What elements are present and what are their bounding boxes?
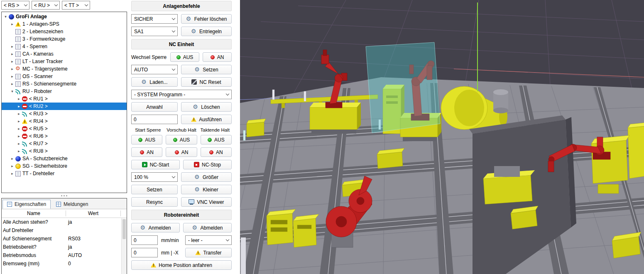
resync-button[interactable]: Resync — [131, 197, 178, 207]
3d-viewport[interactable] — [240, 0, 644, 274]
target-select[interactable]: - leer - — [185, 235, 232, 245]
transfer-button[interactable]: Transfer — [185, 248, 232, 257]
tree-item-3-formwerkzeuge[interactable]: 3 - Formwerkzeuge — [2, 35, 127, 43]
tree-item-lt-laser-tracker[interactable]: ▸LT - Laser Tracker — [2, 58, 127, 65]
expander-icon[interactable]: ▸ — [10, 50, 15, 58]
expander-icon[interactable]: ▸ — [10, 58, 15, 65]
expander-icon[interactable]: ▸ — [10, 20, 15, 28]
start-sperre-an-button[interactable]: AN — [131, 147, 162, 157]
mode-setzen-button[interactable]: Setzen — [181, 65, 232, 74]
sa-select[interactable]: SA1 — [131, 27, 178, 36]
taktende-halt-an-button[interactable]: AN — [201, 147, 232, 157]
expander-icon[interactable]: ▸ — [10, 80, 15, 88]
nc-start-button[interactable]: NC-Start — [131, 160, 180, 169]
property-row[interactable]: Auf SchienensegmentRS03 — [2, 235, 127, 243]
expander-icon[interactable]: ▸ — [10, 155, 15, 162]
tree-item-ru1[interactable]: ▸< RU1 > — [2, 95, 127, 103]
expander-icon[interactable]: ▸ — [10, 43, 15, 50]
selector-ru[interactable]: < RU > — [32, 1, 60, 10]
tree-item-ru2[interactable]: ▸< RU2 > — [2, 103, 127, 110]
tree-item-ca-kameras[interactable]: ▸CA - Kameras — [2, 50, 127, 58]
kleiner-button[interactable]: Kleiner — [181, 185, 232, 194]
wechsel-sperre-an-button[interactable]: AN — [203, 52, 232, 62]
speed-input[interactable] — [131, 235, 158, 245]
expander-icon[interactable]: ▾ — [3, 13, 8, 20]
property-row[interactable]: Bremsweg (mm)0 — [2, 259, 127, 268]
column-name[interactable]: Name — [2, 210, 66, 216]
expander-icon[interactable]: ▸ — [16, 117, 22, 125]
start-sperre-aus-button[interactable]: AUS — [131, 135, 162, 144]
tab-meldungen[interactable]: Meldungen — [51, 200, 93, 209]
loeschen-button[interactable]: Löschen — [181, 102, 232, 112]
tree-item-grofi-anlage[interactable]: ▾GroFi Anlage — [2, 13, 127, 20]
tree-item-1-anlagen-sps[interactable]: ▸1 - Anlagen-SPS — [2, 20, 127, 28]
entriegeln-button[interactable]: Entriegeln — [181, 27, 232, 36]
tree-item-tt-drehteller[interactable]: ▸TT - Drehteller — [2, 170, 127, 177]
block-number-input[interactable] — [131, 115, 178, 124]
expander-icon[interactable]: ▸ — [10, 162, 15, 170]
nc-reset-button[interactable]: NC Reset — [181, 77, 232, 87]
property-row[interactable]: Auf Drehteller — [2, 226, 127, 235]
vnc-viewer-button[interactable]: VNC Viewer — [181, 197, 232, 207]
override-setzen-button[interactable]: Setzen — [131, 185, 178, 194]
expander-icon[interactable]: ▸ — [10, 73, 15, 80]
home-position-button[interactable]: Home Position anfahren — [131, 260, 232, 270]
distance-input[interactable] — [131, 248, 158, 257]
expander-icon[interactable]: ▸ — [16, 132, 22, 140]
program-select[interactable]: - SYSTEM Programm - — [131, 90, 232, 99]
tree-item-ru3[interactable]: ▸< RU3 > — [2, 110, 127, 117]
wechsel-sperre-aus-button[interactable]: AUS — [170, 52, 199, 62]
selector-tt[interactable]: < TT > — [62, 1, 90, 10]
safety-mode-select[interactable]: SICHER — [131, 14, 178, 24]
anmelden-button[interactable]: Anmelden — [131, 223, 180, 232]
tree-item-sa-schutzbereiche[interactable]: ▸SA - Schutzbereiche — [2, 155, 127, 162]
tree-item-ru8[interactable]: ▸< RU8 > — [2, 147, 127, 155]
expander-icon[interactable]: ▸ — [16, 147, 22, 155]
column-wert[interactable]: Wert — [66, 210, 121, 216]
expander-icon[interactable]: ▸ — [16, 110, 22, 117]
vorschub-halt-aus-button[interactable]: AUS — [166, 135, 197, 144]
tree-item-ru-roboter[interactable]: ▾RU - Roboter — [2, 88, 127, 95]
abmelden-button[interactable]: Abmelden — [183, 223, 232, 232]
expander-icon[interactable]: ▸ — [16, 140, 22, 147]
expander-icon[interactable]: ▸ — [10, 170, 15, 177]
property-row[interactable]: Betriebsbereit?ja — [2, 243, 127, 251]
speed-unit-label: mm/min — [161, 237, 182, 243]
expander-icon[interactable]: ▸ — [16, 103, 22, 110]
tab-eigenschaften[interactable]: Eigenschaften — [2, 200, 51, 209]
vertical-scrollbar[interactable] — [121, 218, 127, 274]
tree-item-sg-sicherheitstore[interactable]: ▸SG - Sicherheitstore — [2, 162, 127, 170]
panel-splitter[interactable] — [1, 193, 127, 198]
tree-item-4-sperren[interactable]: ▸4 - Sperren — [2, 43, 127, 50]
anwahl-button[interactable]: Anwahl — [131, 102, 178, 112]
tree-item-os-scanner[interactable]: ▸OS - Scanner — [2, 73, 127, 80]
fehler-loeschen-button[interactable]: Fehler löschen — [181, 14, 232, 24]
tree-item-ru6[interactable]: ▸< RU6 > — [2, 132, 127, 140]
tree-item-ru5[interactable]: ▸< RU5 > — [2, 125, 127, 132]
expander-icon[interactable]: ▸ — [10, 65, 15, 73]
override-select[interactable]: 100 % — [131, 172, 178, 182]
property-row[interactable]: BetriebsmodusAUTO — [2, 251, 127, 259]
expander-icon[interactable]: ▸ — [16, 95, 22, 103]
laden-button[interactable]: Laden... — [131, 77, 178, 87]
selector-rs[interactable]: < RS > — [1, 1, 29, 10]
expander-icon[interactable]: ▸ — [16, 125, 22, 132]
ausfuehren-button[interactable]: Ausführen — [181, 115, 232, 124]
tree-item-rs-schienensegmente[interactable]: ▸RS - Schienensegmente — [2, 80, 127, 88]
nc-stop-button[interactable]: NC-Stop — [183, 160, 232, 169]
properties-table-header[interactable]: Name Wert — [2, 209, 127, 218]
tree-item-mc-tr-gersysteme[interactable]: ▸MC - Trägersysteme — [2, 65, 127, 73]
groesser-button[interactable]: Größer — [181, 172, 232, 182]
tree-item-ru7[interactable]: ▸< RU7 > — [2, 140, 127, 147]
tree-item-label: OS - Scanner — [22, 73, 54, 79]
expander-icon[interactable]: ▾ — [10, 88, 15, 95]
property-row[interactable]: Alle Achsen stehen?ja — [2, 218, 127, 226]
tree-item-2-lebenszeichen[interactable]: 2 - Lebenszeichen — [2, 28, 127, 35]
vorschub-halt-an-button[interactable]: AN — [166, 147, 197, 157]
tree-view[interactable]: ▾GroFi Anlage▸1 - Anlagen-SPS2 - Lebensz… — [1, 12, 127, 193]
scrollbar-thumb[interactable] — [122, 219, 126, 239]
tree-item-ru4[interactable]: ▸< RU4 > — [2, 117, 127, 125]
taktende-halt-aus-button[interactable]: AUS — [201, 135, 232, 144]
property-value: ja — [66, 219, 127, 225]
nc-mode-select[interactable]: AUTO — [131, 65, 178, 74]
